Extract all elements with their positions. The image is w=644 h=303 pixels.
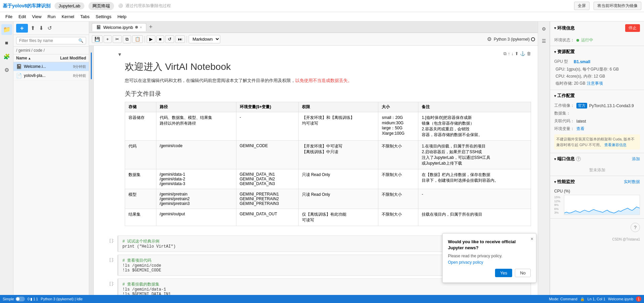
td-path-0: 代码、数据集、模型、结果集路径以外的所有路径 bbox=[156, 112, 236, 140]
menu-edit[interactable]: Edit bbox=[16, 13, 29, 20]
perf-title: 性能监控 bbox=[557, 179, 575, 185]
add-port-button[interactable]: 添加 bbox=[632, 156, 640, 162]
settings-icon[interactable]: ⚙ bbox=[1, 64, 12, 75]
td-size-4: 不限制大小 bbox=[378, 209, 418, 226]
popup-close-button[interactable]: × bbox=[531, 236, 533, 242]
notification-popup: × Would you like to receive official Jup… bbox=[442, 233, 536, 283]
menu-view[interactable]: View bbox=[29, 13, 44, 20]
save-button[interactable]: 💾 bbox=[92, 35, 103, 43]
file-item-welcome[interactable]: 📓 Welcome.i... 9分钟前 bbox=[13, 62, 89, 71]
share-icon[interactable]: ⬆ bbox=[515, 51, 519, 56]
env-info-header[interactable]: ▾ 环境信息 停止 bbox=[550, 21, 644, 35]
install-link[interactable]: ⚪ 通过代理添加/删除包过程 bbox=[118, 3, 171, 9]
no-button[interactable]: No bbox=[515, 269, 531, 277]
storage-detail: 临时存储: 20 GB bbox=[556, 81, 585, 86]
tab-jupyterlab[interactable]: JupyterLab bbox=[54, 2, 84, 9]
restart-kernel-button[interactable]: ↺ bbox=[165, 35, 174, 43]
upload-button2[interactable]: ⬇ bbox=[38, 24, 45, 33]
port-empty-text: 暂未添加 bbox=[550, 165, 644, 176]
work-config-content: 工作镜像： 官方 PyTorch1.13.1-Conda3.9 数据集： 关联代… bbox=[550, 101, 644, 153]
image-badge: 官方 bbox=[576, 103, 587, 109]
upload-button[interactable]: ⬆ bbox=[29, 24, 36, 33]
running-icon[interactable]: ■ bbox=[1, 38, 12, 48]
right-settings-icon[interactable]: ⚙ bbox=[539, 24, 548, 34]
env-status-row: 环境状态： 运行中 bbox=[554, 37, 640, 43]
menu-run[interactable]: Run bbox=[45, 13, 58, 20]
work-config-header[interactable]: ▾ 工作配置 bbox=[550, 90, 644, 101]
menu-file[interactable]: File bbox=[3, 13, 15, 20]
stop-kernel-button[interactable]: ■ bbox=[156, 35, 164, 43]
run-cell-button[interactable]: ▶ bbox=[147, 35, 155, 43]
copy-cell-icon[interactable]: ⧉ bbox=[503, 51, 506, 56]
welcome-heading: ⧉ ↑ ↓ ⬆ ⚓ 🗑 bbox=[125, 51, 531, 56]
performance-header[interactable]: ▾ 性能监控 实时数据 bbox=[550, 176, 644, 187]
compat-link[interactable]: 查看兼容信息 bbox=[604, 143, 627, 147]
menu-tabs[interactable]: Tabs bbox=[78, 13, 92, 20]
modified-column-header: Last Modified bbox=[59, 56, 86, 60]
cut-cell-button[interactable]: ✂ bbox=[113, 35, 122, 43]
key-code-label: 关联代码： bbox=[554, 118, 574, 124]
image-label: 工作镜像： bbox=[554, 103, 574, 109]
python-info: Python 3 (ipykernel) | Idle bbox=[41, 297, 83, 301]
search-input[interactable] bbox=[16, 37, 86, 44]
delete-cell-icon[interactable]: 🗑 bbox=[527, 51, 531, 56]
th-path: 路径 bbox=[156, 102, 236, 112]
file-item-yolov8[interactable]: 📄 yolov8-pla... 8分钟前 bbox=[13, 71, 89, 80]
yes-button[interactable]: Yes bbox=[495, 269, 512, 277]
dataset-row: 数据集： bbox=[554, 111, 640, 116]
privacy-policy-link[interactable]: Open privacy policy bbox=[448, 260, 483, 265]
gpu-type-label: GPU 型 bbox=[554, 59, 571, 64]
th-storage: 存储 bbox=[125, 102, 156, 112]
status-bar: Simple 0 ▮ 1 1 Python 3 (ipykernel) | Id… bbox=[0, 295, 644, 303]
tab-terminal[interactable]: 网页终端 bbox=[88, 2, 114, 10]
menu-kernel[interactable]: Kernel bbox=[59, 13, 77, 20]
welcome-cell: ▼ ⧉ ↑ ↓ ⬆ ⚓ bbox=[101, 51, 531, 231]
performance-content: CPU (%) 15% 12% 9% 6% 3% bbox=[550, 187, 644, 218]
td-perm-3: 只读 Read Only bbox=[298, 189, 378, 209]
breadcrumb: / gemini / code / bbox=[13, 47, 89, 54]
menu-settings[interactable]: Settings bbox=[93, 13, 114, 20]
port-info-header[interactable]: ▾ 端口信息 ? 添加 bbox=[550, 153, 644, 165]
sidebar: + ⬆ ⬇ ↺ 🔍 / gemini / code / Name ▲ Last … bbox=[13, 21, 89, 303]
new-tab-button[interactable]: + bbox=[148, 24, 154, 31]
notebook-collapse-bar bbox=[89, 46, 94, 303]
cell-type-select[interactable]: Markdown Code Raw bbox=[189, 35, 220, 43]
notebook-settings-button[interactable]: ⚙ bbox=[486, 35, 493, 43]
td-note-2: 在【数据】栏内上传数据，保存在数据目录下，创建项目时选择会挂载到容器内。 bbox=[418, 169, 531, 189]
new-file-button[interactable]: + bbox=[16, 24, 28, 33]
cell-collapse-arrow[interactable]: ▼ bbox=[117, 52, 122, 57]
paste-cell-button[interactable]: 📋 bbox=[132, 35, 143, 43]
snapshot-button[interactable]: 将当前环境制作为镜像 bbox=[594, 2, 641, 10]
realtime-button[interactable]: 实时数据 bbox=[624, 179, 640, 185]
tab-close-icon[interactable]: × bbox=[140, 25, 142, 29]
td-perm-2: 只读 Read Only bbox=[298, 169, 378, 189]
env-status-label: 环境状态： bbox=[554, 37, 574, 43]
search-icon: 🔍 bbox=[78, 38, 83, 43]
td-path-1: /gemini/code bbox=[156, 140, 236, 169]
env-var-link[interactable]: 查看 bbox=[576, 126, 584, 132]
env-var-row: 环境变量： 查看 bbox=[554, 126, 640, 132]
add-cell-button[interactable]: + bbox=[104, 35, 112, 43]
resource-config-header[interactable]: ▾ 资源配置 bbox=[550, 46, 644, 57]
help-icon[interactable]: ? bbox=[631, 223, 640, 232]
move-up-icon[interactable]: ↑ bbox=[508, 51, 510, 56]
file-name-yolov8: yolov8-pla... bbox=[24, 73, 71, 78]
anchor-icon[interactable]: ⚓ bbox=[520, 51, 525, 56]
file-browser-icon[interactable]: 📁 bbox=[1, 24, 12, 35]
restart-run-button[interactable]: ⏭ bbox=[175, 35, 185, 43]
td-note-4: 挂载在项目内，归属于所在的项目 bbox=[418, 209, 531, 226]
copy-cell-button[interactable]: ⧉ bbox=[123, 35, 131, 43]
right-panels-icon[interactable]: ☰ bbox=[539, 36, 548, 46]
extension-icon[interactable]: 🧩 bbox=[1, 51, 12, 62]
notebook-tab-welcome[interactable]: 📓 Welcome.ipynb × bbox=[92, 23, 146, 31]
fullscreen-button[interactable]: 全屏 bbox=[574, 2, 590, 10]
refresh-button[interactable]: ↺ bbox=[46, 24, 53, 33]
move-down-icon[interactable]: ↓ bbox=[512, 51, 514, 56]
simple-mode-toggle[interactable]: Simple bbox=[3, 297, 25, 301]
tab-label: Welcome.ipynb bbox=[103, 25, 133, 30]
popup-actions: Yes No bbox=[448, 269, 531, 277]
stop-env-button[interactable]: 停止 bbox=[625, 24, 640, 32]
menu-help[interactable]: Help bbox=[115, 13, 129, 20]
port-chevron-icon: ▾ bbox=[554, 157, 556, 161]
notice-link[interactable]: 注意事项 bbox=[587, 81, 603, 86]
